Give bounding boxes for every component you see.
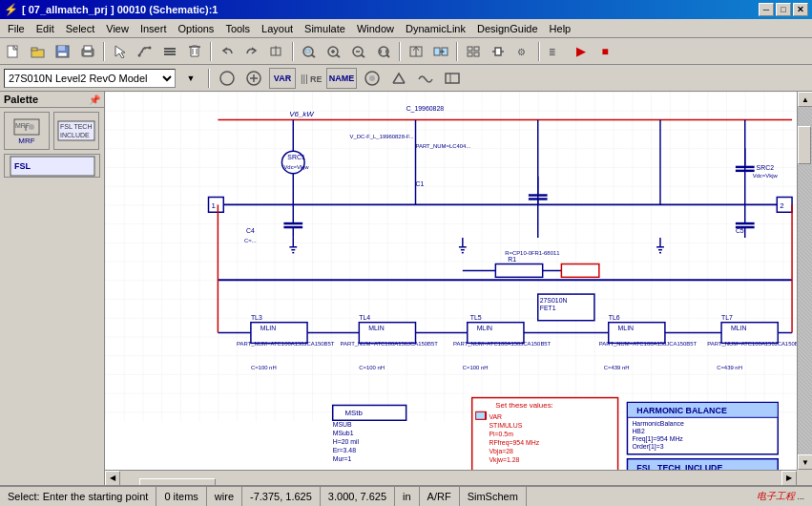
redo-button[interactable] (240, 41, 263, 62)
maximize-button[interactable]: □ (776, 3, 791, 16)
zoom-fit-button[interactable] (372, 41, 395, 62)
horizontal-scrollbar[interactable]: ◀ ▶ (105, 470, 797, 485)
menu-designguide[interactable]: DesignGuide (471, 19, 544, 37)
menu-file[interactable]: File (2, 19, 31, 37)
settings-btn[interactable] (361, 68, 384, 89)
sep3 (292, 42, 294, 61)
comp-arrow-down[interactable]: ▼ (179, 68, 202, 89)
svg-text:|||: ||| (301, 74, 308, 84)
svg-text:HarmonicBalance: HarmonicBalance (632, 420, 684, 427)
close-button[interactable]: ✕ (793, 3, 808, 16)
name-btn[interactable]: NAME (326, 68, 357, 89)
save-button[interactable] (52, 41, 74, 62)
coordinates-1: -7.375, 1.625 (250, 491, 312, 502)
svg-rect-48 (474, 47, 479, 51)
sim-button[interactable]: ▶ (569, 41, 592, 62)
minimize-button[interactable]: ─ (759, 3, 774, 16)
zoom-area-button[interactable] (298, 41, 321, 62)
svg-text:TL7: TL7 (721, 314, 733, 321)
svg-text:PART_NUM=ATC100A150JCA150B5T: PART_NUM=ATC100A150JCA150B5T (237, 341, 335, 347)
schematic-canvas[interactable]: MLIN MLIN MLIN MLIN MLIN TL3 TL4 TL5 TL6… (105, 92, 797, 470)
status-bar: Select: Enter the starting point 0 items… (0, 485, 812, 506)
select-tool-button[interactable] (109, 41, 132, 62)
svg-marker-10 (115, 46, 125, 58)
svg-text:HB2: HB2 (632, 428, 645, 434)
grid-button[interactable] (462, 41, 485, 62)
scroll-up-button[interactable]: ▲ (798, 92, 812, 107)
scroll-down-button[interactable]: ▼ (798, 454, 812, 470)
svg-text:REF7: REF7 (310, 74, 322, 84)
svg-text:R=CP10-0FR1-68011: R=CP10-0FR1-68011 (505, 250, 559, 256)
scroll-thumb-h[interactable] (139, 478, 216, 486)
more-button[interactable]: ⚙ (511, 41, 534, 62)
palette-header: Palette 📌 (0, 92, 104, 108)
bus-tool-button[interactable] (158, 41, 181, 62)
netlist-button[interactable]: ≣ (544, 41, 567, 62)
svg-rect-117 (609, 323, 665, 344)
scroll-left-button[interactable]: ◀ (105, 471, 120, 486)
delete-button[interactable] (183, 41, 206, 62)
svg-text:MSub1: MSub1 (333, 430, 354, 436)
status-sim: SimSchem (460, 487, 527, 506)
wire-tool-button[interactable] (134, 41, 156, 62)
menu-help[interactable]: Help (544, 19, 577, 37)
var-btn[interactable]: VAR (269, 68, 296, 89)
menu-dynamiclink[interactable]: DynamicLink (400, 19, 471, 37)
menu-edit[interactable]: Edit (31, 19, 60, 37)
scroll-right-button[interactable]: ▶ (781, 471, 797, 486)
menu-window[interactable]: Window (351, 19, 400, 37)
palette-pin-icon[interactable]: 📌 (89, 95, 100, 105)
menu-select[interactable]: Select (60, 19, 101, 37)
status-mode: in (395, 487, 420, 506)
svg-text:C5: C5 (736, 227, 744, 234)
open-button[interactable] (27, 41, 50, 62)
status-message: Select: Enter the starting point (4, 487, 156, 506)
title-bar-left: ⚡ [ 07_allmatch_prj ] 00010 (Schematic):… (4, 3, 218, 16)
print-button[interactable] (76, 41, 99, 62)
svg-text:⚙: ⚙ (517, 47, 526, 57)
svg-text:TL5: TL5 (470, 314, 482, 321)
svg-rect-5 (58, 46, 65, 51)
svg-text:C=100 nH: C=100 nH (359, 365, 385, 370)
mode-text: in (403, 491, 411, 502)
svg-line-26 (312, 54, 316, 57)
svg-rect-47 (468, 47, 472, 51)
transfer-button[interactable] (429, 41, 452, 62)
svg-text:FET1: FET1 (540, 305, 556, 311)
component-select[interactable]: 27S010N Level2 RevO Model (4, 69, 176, 88)
palette-item-fsl[interactable]: FSL (4, 154, 100, 178)
port-btn[interactable] (441, 68, 464, 89)
vertical-scrollbar[interactable]: ▲ ▼ (797, 92, 812, 470)
svg-rect-49 (468, 53, 472, 56)
menu-insert[interactable]: Insert (135, 19, 173, 37)
svg-rect-116 (468, 323, 524, 344)
zoom-in-button[interactable] (323, 41, 345, 62)
circle-btn[interactable] (216, 68, 239, 89)
undo-button[interactable] (216, 41, 239, 62)
scroll-thumb-v[interactable] (798, 126, 811, 164)
svg-text:RFfreq=954 MHz: RFfreq=954 MHz (489, 439, 539, 447)
zoom-out-button[interactable] (347, 41, 370, 62)
measure-btn[interactable] (387, 68, 410, 89)
app-icon: ⚡ (4, 3, 18, 16)
action-button[interactable] (265, 41, 288, 62)
menu-layout[interactable]: Layout (256, 19, 299, 37)
scroll-button[interactable] (405, 41, 427, 62)
menu-view[interactable]: View (100, 19, 135, 37)
stop-button[interactable]: ■ (593, 41, 616, 62)
svg-text:MLIN: MLIN (260, 325, 276, 331)
wave-btn[interactable] (414, 68, 437, 89)
svg-text:MLIN: MLIN (368, 325, 384, 331)
waveform-btn[interactable]: |||REF7 (300, 68, 323, 89)
status-view: A/RF (420, 487, 460, 506)
menu-options[interactable]: Options (172, 19, 219, 37)
menu-tools[interactable]: Tools (219, 19, 256, 37)
svg-text:Vbja=28: Vbja=28 (489, 448, 513, 455)
svg-line-33 (362, 54, 365, 57)
cross-btn[interactable] (242, 68, 265, 89)
new-button[interactable] (2, 41, 25, 62)
palette-item-fsl-tech[interactable]: FSL TECH INCLUDE (53, 112, 99, 150)
palette-item-mrf[interactable]: MRF MRF (4, 112, 50, 150)
component-button[interactable] (487, 41, 510, 62)
menu-simulate[interactable]: Simulate (299, 19, 351, 37)
